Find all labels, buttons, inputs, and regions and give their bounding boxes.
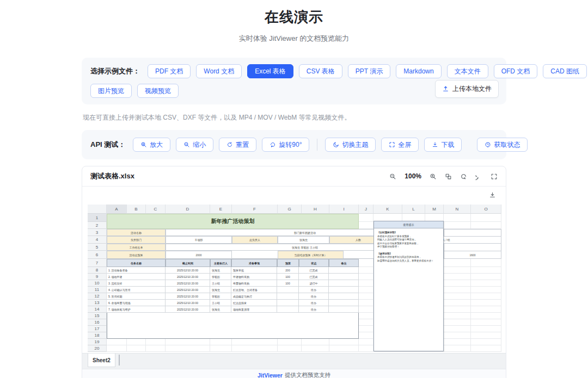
task-cell: 已完成 <box>299 267 329 274</box>
task-cell <box>277 306 299 313</box>
grid-cell <box>127 345 146 352</box>
sample-file-button-8[interactable]: OFD 文档 <box>494 64 538 78</box>
grid-cell <box>146 339 166 345</box>
task-cell: 预算审批 <box>231 267 277 274</box>
grid-cell <box>444 222 471 229</box>
viewer-header: 测试表格.xlsx 100% <box>82 166 506 187</box>
fullscreen-icon <box>389 141 395 148</box>
task-cell <box>329 274 359 280</box>
task-cell <box>277 287 299 293</box>
grid-cell <box>278 345 302 352</box>
grid-cell <box>471 319 501 326</box>
grid-cell <box>359 274 373 280</box>
grid-cell <box>166 345 210 352</box>
api-button-rotate[interactable]: 旋转90° <box>262 138 309 152</box>
button-group-divider <box>317 139 317 151</box>
row-header-11: 11 <box>88 287 107 293</box>
api-test-label: API 测试： <box>90 140 125 150</box>
row-header-9: 9 <box>88 274 107 280</box>
column-header-D: D <box>166 205 210 214</box>
sample-file-button-6[interactable]: Markdown <box>396 64 441 78</box>
task-cell <box>329 280 359 287</box>
grid-cell <box>444 214 471 222</box>
api-button-zoom-in[interactable]: 放大 <box>133 138 170 152</box>
sample-file-button-9[interactable]: CAD 图纸 <box>543 64 587 78</box>
theme-icon <box>333 141 339 148</box>
task-cell <box>277 300 299 306</box>
task-cell: 2025/12/10 20:00 <box>166 306 210 313</box>
zoom-out-icon[interactable] <box>389 173 396 180</box>
task-header-cell: 任务名称 <box>107 259 166 267</box>
grid-cell <box>232 345 278 352</box>
api-button-zoom-out[interactable]: 缩小 <box>176 138 213 152</box>
task-cell: 待办 <box>299 287 329 293</box>
api-button-fullscreen[interactable]: 全屏 <box>381 138 419 152</box>
zoom-in-icon[interactable] <box>430 173 437 180</box>
sample-file-button-2[interactable]: Word 文档 <box>196 64 242 78</box>
row-header-19: 19 <box>88 339 107 345</box>
grid-cell <box>471 214 501 222</box>
sheet-tab[interactable]: Sheet2 <box>88 354 115 367</box>
grid-cell <box>166 339 210 345</box>
rotate-icon <box>270 141 276 148</box>
task-cell: 7. 场地收尾与维护 <box>107 306 166 313</box>
task-cell: 已完成 <box>299 274 329 280</box>
sample-file-button-5[interactable]: PPT 演示 <box>348 64 390 78</box>
fullscreen-icon[interactable] <box>491 173 498 180</box>
task-cell: 李晓彤 <box>210 274 231 280</box>
column-header-E: E <box>210 205 232 214</box>
sample-file-button-3[interactable]: Excel 表格 <box>247 64 293 78</box>
info-cell: 工作组名单 <box>107 244 166 251</box>
grid-cell <box>359 267 373 274</box>
zoom-out-icon <box>183 141 190 148</box>
grid-cell <box>471 345 501 352</box>
grid-cell <box>444 300 471 306</box>
grid-cell <box>359 300 373 306</box>
grid-cell <box>302 339 329 345</box>
column-header-J: J <box>359 205 373 214</box>
info-cell: 总负责人 <box>232 236 278 244</box>
row-header-1: 1 <box>88 214 107 222</box>
task-cell: 张海北 <box>210 267 231 274</box>
upload-local-file-button[interactable]: 上传本地文件 <box>435 80 499 98</box>
row-header-7: 7 <box>88 259 107 267</box>
api-test-panel: API 测试： 放大缩小重置旋转90°切换主题全屏下载获取状态 <box>82 130 506 159</box>
row-header-12: 12 <box>88 293 107 300</box>
grid-cell <box>444 267 471 274</box>
rotate-right-icon[interactable] <box>475 173 482 180</box>
column-header-B: B <box>127 205 146 214</box>
task-cell: 100 <box>277 274 299 280</box>
task-cell: 灯光音响、台词准备 <box>231 287 277 293</box>
sample-file-button-4[interactable]: CSV 表格 <box>299 64 342 78</box>
row-header-16: 16 <box>88 319 107 326</box>
note-box-title: 使用提示 <box>374 221 443 228</box>
api-button-download[interactable]: 下载 <box>424 138 462 152</box>
sample-file-button-1[interactable]: PDF 文档 <box>148 64 191 78</box>
page-title: 在线演示 <box>82 0 506 27</box>
grid-cell <box>444 339 471 345</box>
task-cell <box>277 293 299 300</box>
sample-file-button-7[interactable]: 文本文件 <box>447 64 488 78</box>
grid-cell <box>471 326 501 332</box>
row-header-6: 6 <box>88 251 107 259</box>
download-icon[interactable] <box>489 191 496 199</box>
grid-cell <box>210 345 232 352</box>
note-box-body: 【实时预览说明】本模板支持实时计算各项预算，列输入人员信息即可快速引用查询，超支… <box>374 228 443 269</box>
api-button-reset[interactable]: 重置 <box>219 138 256 152</box>
api-button-theme[interactable]: 切换主题 <box>325 138 376 152</box>
grid-cell <box>471 222 501 229</box>
info-cell: 当前结余预算（实时计算） <box>278 251 344 259</box>
pages-icon[interactable] <box>445 173 452 180</box>
task-cell: 纪念品颁发 <box>231 300 277 306</box>
grid-cell <box>359 280 373 287</box>
grid-cell <box>232 339 278 345</box>
rotate-left-icon[interactable] <box>460 173 467 180</box>
task-cell: 张海北 <box>210 287 231 293</box>
task-cell: 2025/12/10 20:00 <box>166 293 210 300</box>
sample-file-button-11[interactable]: 视频预览 <box>137 84 179 98</box>
task-cell <box>329 306 359 313</box>
grid-cell <box>146 345 166 352</box>
api-button-status[interactable]: 获取状态 <box>477 138 528 152</box>
grid-cell <box>471 306 501 313</box>
sample-file-button-10[interactable]: 图片预览 <box>90 84 132 98</box>
